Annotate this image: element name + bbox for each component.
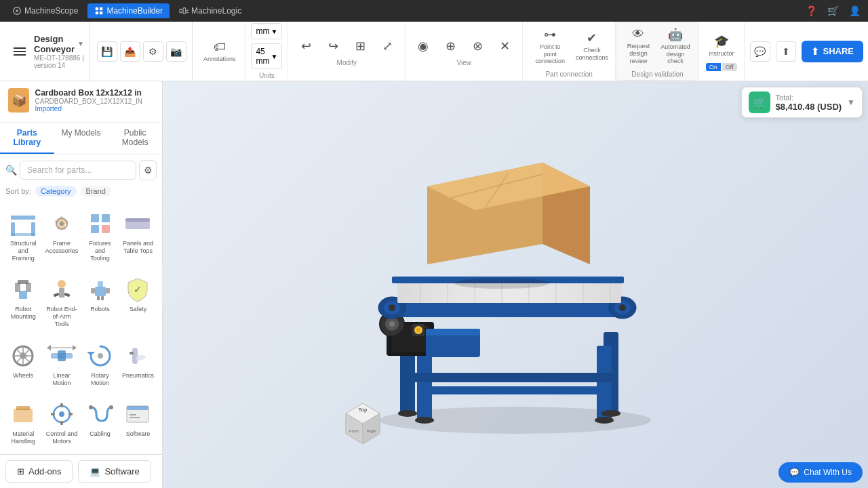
part-fixtures-tooling[interactable]: Fixtures and Tooling	[82, 203, 118, 268]
addons-button[interactable]: ⊞ Add-ons	[5, 460, 73, 483]
check-connections-icon: ✔	[587, 30, 597, 45]
tab-machinescope[interactable]: MachineScope	[5, 3, 85, 18]
svg-rect-26	[59, 288, 64, 298]
part-material-handling[interactable]: Material Handling	[5, 394, 41, 451]
svg-point-55	[59, 411, 64, 417]
help-icon[interactable]: ❓	[803, 3, 819, 19]
control-motors-icon	[47, 399, 77, 429]
toggle-off[interactable]: Off	[722, 63, 737, 71]
view-btn4[interactable]: ✕	[492, 36, 517, 56]
svg-rect-4	[96, 12, 98, 14]
tab-parts-library[interactable]: Parts Library	[0, 123, 54, 154]
annotations-dropdown-btn[interactable]: 🏷 Annotations	[199, 37, 240, 66]
toolbar-left: Design Conveyor ▼ ME-OT-178886 | version…	[5, 22, 90, 81]
svg-marker-47	[87, 352, 95, 356]
view-btn2[interactable]: ⊕	[438, 36, 462, 56]
chat-button[interactable]: 💬 Chat With Us	[778, 462, 863, 483]
part-cabling[interactable]: Cabling	[82, 394, 118, 451]
modify-label: Modify	[337, 59, 357, 66]
linear-motion-icon	[47, 341, 77, 371]
main-content: 📦 Cardboard Box 12x12x12 in CARDBOARD_BO…	[0, 81, 868, 488]
chat-icon: 💬	[789, 468, 800, 477]
settings-button[interactable]: ⚙	[143, 41, 163, 62]
part-panels-table-tops[interactable]: Panels and Table Tops	[119, 203, 157, 268]
upload-button[interactable]: ⬆	[776, 41, 796, 62]
filter-button[interactable]: ⚙	[139, 160, 157, 180]
instructor-icon: 🎓	[714, 34, 729, 49]
undo-button[interactable]: ↩	[294, 36, 318, 56]
cart-icon-top[interactable]: 🛒	[825, 3, 841, 19]
tab-machinebuilder[interactable]: MachineBuilder	[87, 3, 170, 18]
structural-framing-icon	[8, 209, 38, 239]
svg-rect-64	[130, 414, 136, 415]
sidebar-model-info: 📦 Cardboard Box 12x12x12 in CARDBOARD_BO…	[8, 88, 154, 113]
part-robots[interactable]: Robots	[82, 269, 118, 333]
nav-cube[interactable]: Top Front Right	[339, 400, 387, 447]
bottom-btn-group: ⊞ Add-ons 💻 Software	[5, 460, 157, 483]
svg-point-106	[454, 278, 549, 289]
part-frame-accessories-label: Frame Accessories	[45, 240, 79, 255]
search-input[interactable]	[20, 161, 136, 180]
toolbar-group-view: ◉ ⊕ ⊗ ✕ View	[406, 22, 523, 81]
software-button[interactable]: 💻 Software	[78, 460, 151, 483]
move-button[interactable]: ⊞	[348, 36, 372, 56]
part-robot-mounting[interactable]: Robot Mounting	[5, 269, 41, 333]
part-control-motors[interactable]: Control and Motors	[43, 394, 81, 451]
part-robot-end-arm-tools[interactable]: Robot End-of-Arm Tools	[43, 269, 81, 333]
svg-rect-2	[96, 7, 98, 10]
comment-button[interactable]: 💬	[750, 41, 770, 62]
view-btn3[interactable]: ⊗	[465, 36, 490, 56]
sort-brand-chip[interactable]: Brand	[81, 186, 111, 197]
tab-machinelogic[interactable]: MachineLogic	[172, 3, 248, 18]
check-connections-btn[interactable]: ✔ Check connections	[574, 28, 610, 64]
units-value-dropdown[interactable]: 45 mm ▼	[251, 43, 282, 69]
save-button[interactable]: 💾	[97, 41, 117, 62]
instructor-btn[interactable]: 🎓 Instructor	[705, 31, 738, 60]
svg-rect-51	[14, 409, 33, 422]
svg-rect-12	[11, 233, 35, 236]
toolbar-groups: 🏷 Annotations mm ▼ 45 mm ▼ Units	[194, 22, 868, 81]
part-rotary-motion[interactable]: Rotary Motion	[82, 336, 118, 393]
model-title: Cardboard Box 12x12x12 in	[35, 88, 154, 98]
point-connection-btn[interactable]: ⊶ Point to point connection	[528, 24, 572, 68]
part-pneumatics[interactable]: Pneumatics	[119, 336, 157, 393]
svg-rect-53	[16, 409, 30, 410]
redo-button[interactable]: ↪	[321, 36, 345, 56]
svg-point-1	[16, 9, 18, 12]
toggle-on[interactable]: On	[706, 63, 721, 71]
automated-check-btn[interactable]: 🤖 Automated design check	[658, 24, 693, 68]
frame-accessories-icon	[47, 209, 77, 239]
tab-public-models[interactable]: Public Models	[108, 123, 162, 154]
request-review-btn[interactable]: 👁 Request design review	[622, 24, 655, 67]
cabling-icon	[85, 399, 115, 429]
svg-text:✓: ✓	[134, 284, 142, 295]
part-frame-accessories[interactable]: Frame Accessories	[43, 203, 81, 268]
point-connection-icon: ⊶	[544, 27, 556, 42]
units-dropdown[interactable]: mm ▼	[251, 23, 282, 39]
chevron-down-icon[interactable]: ▼	[77, 40, 84, 47]
resize-button[interactable]: ⤢	[375, 36, 399, 56]
svg-rect-16	[102, 214, 110, 222]
menu-button[interactable]	[11, 45, 28, 58]
svg-rect-6	[180, 9, 182, 12]
part-linear-motion[interactable]: Linear Motion	[43, 336, 81, 393]
part-linear-motion-label: Linear Motion	[45, 372, 79, 387]
sidebar-search: 🔍 ⚙	[0, 155, 162, 186]
svg-rect-86	[426, 329, 480, 336]
part-safety[interactable]: ✓ Safety	[119, 269, 157, 333]
export-button[interactable]: 📤	[120, 41, 140, 62]
camera-button[interactable]: 📷	[166, 41, 186, 62]
part-wheels[interactable]: Wheels	[5, 336, 41, 393]
tab-my-models[interactable]: My Models	[54, 123, 108, 154]
share-button[interactable]: ⬆ SHARE	[802, 41, 864, 62]
machinebuilder-icon	[94, 6, 104, 16]
user-icon[interactable]: 👤	[846, 3, 863, 19]
part-structural-framing[interactable]: Structural and Framing	[5, 203, 41, 268]
svg-rect-57	[68, 413, 73, 415]
view-btn1[interactable]: ◉	[411, 36, 435, 56]
viewport[interactable]: 🛒 Total: $8,410.48 (USD) ▼	[163, 81, 868, 488]
svg-rect-18	[102, 225, 110, 233]
part-software[interactable]: Software	[119, 394, 157, 451]
model-icon: 📦	[8, 88, 29, 113]
sort-category-chip[interactable]: Category	[35, 186, 77, 197]
